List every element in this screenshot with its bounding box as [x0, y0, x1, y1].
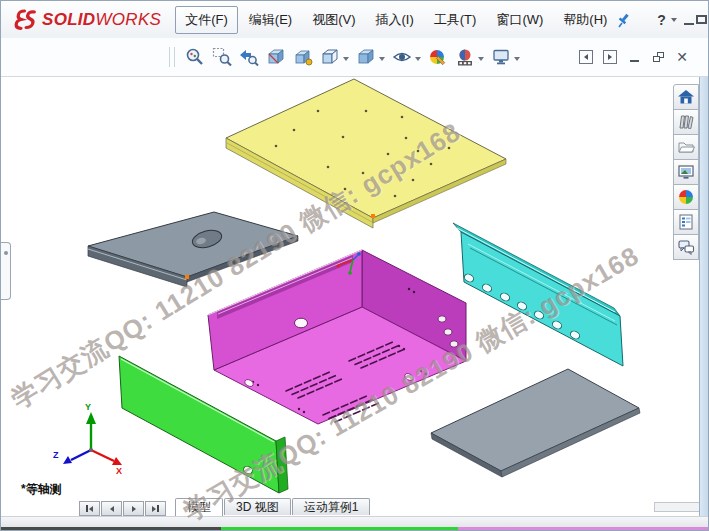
display-style-dropdown-icon[interactable] [379, 57, 385, 64]
document-tab-bar: 模型3D 视图运动算例1 [1, 498, 699, 516]
task-pane-tabs [673, 85, 700, 260]
apply-scene-dropdown-icon[interactable] [478, 57, 484, 64]
hide-show-items-icon[interactable] [388, 42, 415, 72]
wall-hole [295, 318, 308, 328]
file-explorer-icon[interactable] [673, 134, 699, 160]
home-icon[interactable] [673, 84, 699, 110]
menu-bar: SOLIDWORKS 文件(F)编辑(E)视图(V)插入(I)工具(T)窗口(W… [1, 1, 708, 39]
custom-properties-icon[interactable] [673, 209, 699, 235]
view-palette-icon[interactable] [673, 159, 699, 185]
help-dropdown-icon[interactable] [671, 18, 677, 25]
toolbar-handle[interactable] [169, 47, 175, 67]
appearances-icon[interactable] [673, 184, 699, 210]
view-toolbar: ✕ [1, 38, 708, 77]
solidworks-logo: SOLIDWORKS [13, 7, 161, 33]
doc-pane-next-button[interactable] [600, 48, 620, 66]
3d-viewport[interactable]: Y X Z [1, 1, 709, 531]
part-lower-right-plate[interactable] [431, 369, 640, 477]
vertex-point [371, 214, 375, 218]
menu-view[interactable]: 视图(V) [303, 7, 364, 33]
hide-show-items-dropdown-icon[interactable] [415, 57, 421, 64]
doc-minimize-button[interactable] [624, 48, 644, 66]
tab-model[interactable]: 模型 [175, 498, 223, 516]
view-orientation-icon[interactable] [316, 42, 343, 72]
triad-x-label: X [116, 466, 122, 476]
part-upper-left-plate[interactable] [88, 212, 298, 287]
triad-y-label: Y [85, 402, 91, 412]
apply-scene-icon[interactable] [451, 42, 478, 72]
design-library-icon[interactable] [673, 109, 699, 135]
part-top-cover[interactable] [226, 79, 506, 228]
help-button[interactable]: ? [654, 12, 669, 28]
menu-edit[interactable]: 编辑(E) [240, 7, 301, 33]
forum-icon[interactable] [673, 234, 699, 260]
doc-pane-previous-button[interactable] [576, 48, 596, 66]
view-orientation-dropdown-icon[interactable] [343, 57, 349, 64]
coordinate-triad: Y X Z [53, 402, 122, 476]
zoom-to-area-icon[interactable] [208, 42, 235, 72]
annotation-view-icon[interactable] [289, 42, 316, 72]
background-window-strip [1, 527, 708, 531]
app-maximize-button[interactable] [696, 10, 707, 30]
menu-tools[interactable]: 工具(T) [425, 7, 486, 33]
menu-window[interactable]: 窗口(W) [487, 7, 552, 33]
edit-appearance-icon[interactable] [424, 42, 451, 72]
section-view-icon[interactable] [262, 42, 289, 72]
display-style-icon[interactable] [352, 42, 379, 72]
window-frame-right [699, 38, 708, 516]
solidworks-logo-mark-icon [13, 7, 39, 33]
solidworks-window: Y X Z SOLIDWORKS 文件(F)编辑(E)视图(V)插入(I)工具(… [0, 0, 709, 531]
triad-z-label: Z [53, 450, 59, 460]
zoom-to-fit-icon[interactable] [181, 42, 208, 72]
tab-3d-views[interactable]: 3D 视图 [224, 498, 291, 515]
doc-restore-button[interactable] [648, 48, 668, 66]
feature-tree-collapsed-tab[interactable] [1, 242, 11, 300]
tab-scroll-first-button[interactable] [79, 501, 100, 516]
vertex-point [185, 275, 189, 279]
view-settings-dropdown-icon[interactable] [514, 57, 520, 64]
main-menu: 文件(F)编辑(E)视图(V)插入(I)工具(T)窗口(W)帮助(H) [175, 6, 616, 34]
pin-toolbar-icon[interactable] [616, 5, 632, 35]
doc-close-button[interactable]: ✕ [672, 48, 692, 66]
document-window-controls: ✕ [574, 48, 694, 66]
previous-view-icon[interactable] [235, 42, 262, 72]
tab-scroll-next-button[interactable] [123, 501, 144, 516]
solidworks-logo-text: SOLIDWORKS [42, 10, 161, 30]
app-minimize-button[interactable] [684, 10, 694, 30]
menu-help[interactable]: 帮助(H) [554, 7, 616, 33]
menu-file[interactable]: 文件(F) [175, 6, 238, 34]
tab-motion-study-1[interactable]: 运动算例1 [292, 498, 371, 515]
menu-insert[interactable]: 插入(I) [366, 7, 422, 33]
view-settings-icon[interactable] [487, 42, 514, 72]
part-rear-panel[interactable] [453, 223, 623, 366]
part-chassis-base[interactable] [208, 250, 466, 424]
view-orientation-label: *等轴测 [21, 481, 62, 498]
tab-scroll-last-button[interactable] [145, 501, 166, 516]
tab-scroll-prev-button[interactable] [101, 501, 122, 516]
